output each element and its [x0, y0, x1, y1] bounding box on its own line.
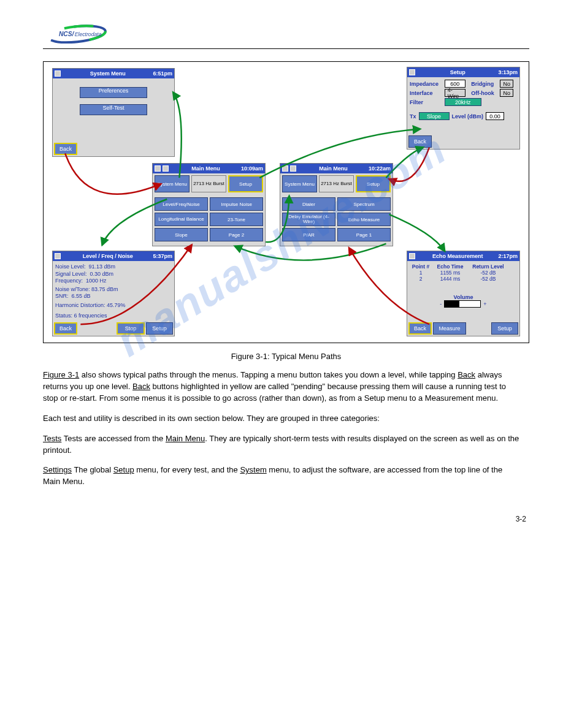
sl-label: Signal Level:: [55, 271, 87, 277]
time: 6:51pm: [153, 70, 172, 77]
level-label: Level (dBm): [452, 113, 484, 119]
par-button[interactable]: P/AR: [282, 228, 335, 241]
bridging-label: Bridging: [471, 81, 497, 87]
p4a: The global: [74, 465, 113, 474]
title-bar: Level / Freq / Noise 5:37pm: [53, 251, 174, 261]
system-link[interactable]: System: [240, 465, 266, 474]
row2-et: 1444 ms: [432, 276, 469, 282]
system-menu-button[interactable]: System Menu: [155, 175, 190, 192]
logo: NCS/ Electrodata: [43, 25, 110, 44]
tests-link[interactable]: Tests: [43, 434, 61, 443]
page2-button[interactable]: Page 2: [210, 228, 263, 241]
echo-button[interactable]: Echo Measure: [337, 213, 391, 226]
title: Setup: [417, 69, 498, 75]
measure-button[interactable]: Measure: [433, 322, 466, 335]
screen-mainmenu-2: Main Menu 10:22am System Menu 2713 Hz Bu…: [280, 163, 393, 246]
svg-text:Electrodata: Electrodata: [75, 31, 102, 37]
p4b: menu, for every test, and the: [134, 465, 240, 474]
hdr-echotime: Echo Time: [432, 264, 469, 270]
back-button[interactable]: Back: [408, 322, 432, 335]
fr-val: 1000 Hz: [86, 278, 107, 284]
filter-label: Filter: [410, 99, 442, 105]
system-menu-button[interactable]: System Menu: [282, 175, 317, 192]
hdr-point: Point #: [410, 264, 432, 270]
mainmenu-link[interactable]: Main Menu: [166, 434, 205, 443]
fig-link[interactable]: Figure 3-1: [43, 370, 79, 379]
nwt-val: 83.75 dBm: [91, 286, 118, 292]
window-icon: [55, 70, 61, 77]
offhook-value[interactable]: No: [500, 89, 513, 97]
row2-pt: 2: [410, 276, 432, 282]
back-button[interactable]: Back: [54, 322, 77, 335]
setup-button[interactable]: Setup: [491, 322, 518, 335]
p1a: also shows typical paths through the men…: [79, 370, 458, 379]
slope-button[interactable]: Slope: [155, 228, 208, 241]
burst-button[interactable]: 2713 Hz Burst: [319, 175, 354, 192]
offhook-label: Off-hook: [471, 90, 497, 96]
setup-button[interactable]: Setup: [146, 322, 173, 335]
selftest-button[interactable]: Self-Test: [80, 104, 147, 115]
nl-label: Noise Level:: [55, 264, 86, 270]
svg-text:NCS/: NCS/: [59, 31, 75, 37]
hdr-return: Return Level: [469, 264, 508, 270]
volume-slider[interactable]: [444, 300, 481, 308]
divider: [43, 48, 529, 49]
page1-button[interactable]: Page 1: [337, 228, 391, 241]
window-icon: [409, 69, 415, 75]
snr-label: SNR:: [55, 293, 69, 299]
save-icon: [290, 165, 296, 172]
time: 2:17pm: [498, 253, 518, 259]
figure-caption: Figure 3-1: Typical Menu Paths: [43, 352, 529, 361]
bridging-value[interactable]: No: [500, 80, 513, 88]
screen-mainmenu-1: Main Menu 10:09am System Menu 2713 Hz Bu…: [152, 163, 266, 246]
back-link-2[interactable]: Back: [132, 382, 150, 391]
impulse-button[interactable]: Impulse Noise: [210, 197, 263, 211]
title-bar: Main Menu 10:09am: [153, 164, 265, 173]
row1-rl: -52 dB: [469, 270, 508, 276]
burst-button[interactable]: 2713 Hz Burst: [191, 175, 226, 192]
sl-val: 0.30 dBm: [90, 271, 114, 277]
save-icon: [163, 165, 169, 172]
lfn-button[interactable]: Level/Freq/Noise: [155, 197, 208, 211]
settings-link[interactable]: Settings: [43, 465, 72, 474]
stop-button[interactable]: Stop: [117, 322, 145, 335]
title-bar: Echo Measurement 2:17pm: [407, 251, 519, 261]
window-icon: [155, 165, 161, 172]
title: Echo Measurement: [417, 253, 498, 259]
23tone-button[interactable]: 23-Tone: [210, 213, 263, 226]
title: Main Menu: [298, 165, 369, 172]
spectrum-button[interactable]: Spectrum: [337, 197, 391, 211]
window-icon: [409, 253, 415, 259]
hd-label: Harmonic Distortion:: [55, 302, 105, 308]
back-button[interactable]: Back: [54, 143, 77, 155]
screen-system: System Menu 6:51pm Preferences Self-Test…: [52, 68, 175, 157]
title: System Menu: [63, 70, 153, 77]
filter-value[interactable]: 20kHz: [445, 98, 481, 106]
interface-value[interactable]: 4-Wire: [445, 89, 465, 97]
dialer-button[interactable]: Dialer: [282, 197, 335, 211]
screen-lfn: Level / Freq / Noise 5:37pm Noise Level:…: [52, 251, 175, 336]
hd-val: 45.79%: [107, 302, 126, 308]
setup-link[interactable]: Setup: [113, 465, 134, 474]
status-label: Status:: [55, 313, 72, 319]
status-val: 6 frequencies: [74, 313, 107, 319]
vol-minus[interactable]: -: [440, 301, 442, 307]
row2-rl: -52 dB: [469, 276, 508, 282]
level-value[interactable]: 0.00: [486, 112, 504, 120]
time: 10:09am: [241, 165, 263, 172]
tx-slope[interactable]: Slope: [419, 112, 450, 120]
lb-button[interactable]: Longitudinal Balance: [155, 213, 208, 226]
title-bar: System Menu 6:51pm: [53, 69, 174, 78]
setup-button[interactable]: Setup: [356, 175, 391, 192]
tx-label: Tx: [410, 113, 416, 119]
preferences-button[interactable]: Preferences: [80, 87, 147, 98]
screen-echo: Echo Measurement 2:17pm Point # Echo Tim…: [407, 251, 520, 336]
vol-plus[interactable]: +: [483, 301, 486, 307]
back-link[interactable]: Back: [458, 370, 475, 379]
row1-pt: 1: [410, 270, 432, 276]
body-text: Figure 3-1 also shows typical paths thro…: [43, 370, 521, 488]
delay-button[interactable]: Delay Emulator (4-Wire): [282, 213, 335, 226]
back-button[interactable]: Back: [408, 135, 432, 148]
setup-button[interactable]: Setup: [228, 175, 263, 192]
impedance-label: Impedance: [410, 81, 442, 87]
